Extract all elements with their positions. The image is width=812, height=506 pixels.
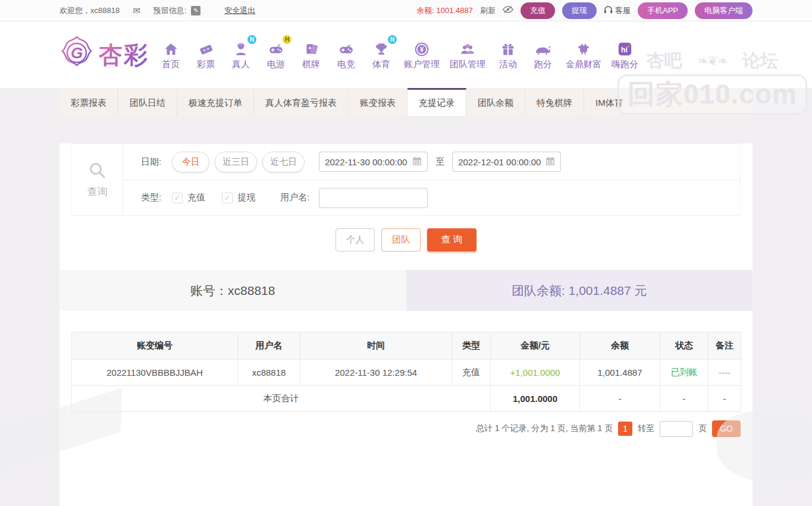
col-username: 用户名 bbox=[238, 332, 300, 360]
search-icon bbox=[88, 161, 107, 183]
nav-item-cards[interactable]: ✦ 棋牌 bbox=[299, 39, 324, 70]
calendar-icon bbox=[412, 156, 422, 168]
pagination: 总计 1 个记录, 分为 1 页, 当前第 1 页 1 转至 页 GO bbox=[71, 420, 741, 437]
cell-balance: 1,001.4887 bbox=[580, 360, 660, 386]
tab-tetu-cards[interactable]: 特兔棋牌 bbox=[525, 88, 584, 116]
main-content: 查询 日期: 今日 近三日 近七日 2022-11-30 00:00:00 至 … bbox=[59, 143, 753, 506]
logout-link[interactable]: 安全退出 bbox=[224, 5, 255, 16]
edit-icon[interactable]: ✎ bbox=[191, 6, 200, 15]
refresh-link[interactable]: 刷新 bbox=[480, 5, 496, 16]
withdraw-checkbox[interactable]: ✓ bbox=[222, 193, 233, 203]
nav-item-lottery[interactable]: 彩票 bbox=[193, 39, 218, 70]
goto-page-input[interactable] bbox=[660, 421, 693, 437]
date-label: 日期: bbox=[141, 156, 161, 168]
nav-item-live[interactable]: N 真人 bbox=[228, 39, 253, 70]
personal-button[interactable]: 个人 bbox=[336, 228, 375, 252]
nav-item-activity[interactable]: 活动 bbox=[496, 39, 521, 70]
withdraw-button[interactable]: 提现 bbox=[562, 2, 597, 19]
date-from-input[interactable]: 2022-11-30 00:00:00 bbox=[319, 152, 428, 172]
reserved-info-label: 预留信息: bbox=[153, 5, 187, 16]
tab-lottery-report[interactable]: 彩票报表 bbox=[59, 88, 118, 116]
cell-amount: +1,001.0000 bbox=[491, 360, 580, 386]
cell-remark: ---- bbox=[708, 360, 741, 386]
nav-item-paofen[interactable]: 跑分 bbox=[531, 39, 556, 70]
cards-icon: ✦ bbox=[303, 39, 319, 57]
slots-icon bbox=[268, 39, 284, 57]
page-1-button[interactable]: 1 bbox=[618, 422, 632, 436]
mail-icon[interactable]: ✉ bbox=[133, 5, 140, 16]
col-amount: 金额/元 bbox=[491, 332, 580, 360]
team-button[interactable]: 团队 bbox=[381, 228, 421, 252]
balance-value: 1001.4887 bbox=[437, 6, 473, 15]
footer-status: - bbox=[660, 386, 708, 412]
live-person-icon bbox=[233, 39, 249, 57]
tab-team-balance[interactable]: 团队余额 bbox=[466, 88, 525, 116]
trophy-icon bbox=[374, 39, 389, 57]
new-badge: N bbox=[388, 35, 397, 44]
eye-off-icon[interactable] bbox=[503, 5, 513, 15]
team-balance-summary: 团队余额: 1,001.4887 元 bbox=[406, 270, 753, 311]
footer-balance: - bbox=[580, 386, 660, 412]
recharge-checkbox[interactable]: ✓ bbox=[172, 193, 183, 203]
username-input[interactable] bbox=[319, 188, 428, 208]
records-table-wrap: 账变编号 用户名 时间 类型 金额/元 余额 状态 备注 20221130VBB… bbox=[71, 332, 741, 412]
pc-client-button[interactable]: 电脑客户端 bbox=[695, 2, 753, 19]
nav-item-slots[interactable]: H 电游 bbox=[264, 39, 289, 70]
col-type: 类型 bbox=[452, 332, 491, 360]
hot-badge: H bbox=[283, 35, 291, 44]
team-balance-value: 1,001.4887 元 bbox=[569, 282, 647, 299]
brand-name: 杏彩 bbox=[99, 39, 149, 71]
svg-text:¥: ¥ bbox=[420, 46, 424, 53]
new-badge: N bbox=[247, 35, 256, 44]
tab-live-sports-pnl[interactable]: 真人体育盈亏报表 bbox=[254, 88, 349, 116]
footer-label: 本页合计 bbox=[72, 386, 491, 412]
preset-3days[interactable]: 近三日 bbox=[215, 152, 257, 172]
topbar: 欢迎您，xc88818 ✉ 预留信息: ✎ 安全退出 余额: 1001.4887… bbox=[0, 0, 812, 21]
welcome-text: 欢迎您，xc88818 bbox=[59, 5, 120, 16]
hi-icon: hi bbox=[617, 39, 633, 57]
account-value: xc88818 bbox=[228, 284, 275, 298]
nav-item-treasure[interactable]: 金鼎财富 bbox=[566, 39, 601, 70]
account-summary: 账号：xc88818 bbox=[59, 270, 406, 311]
withdraw-checkbox-label: 提现 bbox=[237, 192, 255, 203]
date-to-input[interactable]: 2022-12-01 00:00:00 bbox=[452, 152, 561, 172]
nav-item-account[interactable]: ¥ 账户管理 bbox=[404, 39, 440, 70]
table-row: 20221130VBBBBJJBAH xc88818 2022-11-30 12… bbox=[72, 360, 741, 386]
col-change-id: 账变编号 bbox=[72, 332, 238, 360]
col-time: 时间 bbox=[300, 332, 452, 360]
col-status: 状态 bbox=[660, 332, 708, 360]
svg-text:G: G bbox=[71, 44, 83, 62]
recharge-button[interactable]: 充值 bbox=[521, 2, 555, 19]
filter-panel: 查询 日期: 今日 近三日 近七日 2022-11-30 00:00:00 至 … bbox=[71, 143, 741, 216]
col-remark: 备注 bbox=[708, 332, 741, 360]
headset-icon bbox=[604, 5, 613, 16]
preset-today[interactable]: 今日 bbox=[172, 152, 209, 172]
table-footer-row: 本页合计 1,001.0000 - - - bbox=[72, 386, 741, 412]
nav-item-home[interactable]: 首页 bbox=[158, 39, 183, 70]
nav-item-esports[interactable]: 电竞 bbox=[334, 39, 359, 70]
tab-im-sports[interactable]: IM体育 bbox=[584, 88, 635, 116]
rhino-icon bbox=[534, 39, 553, 57]
esports-icon bbox=[338, 39, 355, 57]
tab-account-change[interactable]: 账变报表 bbox=[349, 88, 407, 116]
go-button[interactable]: GO bbox=[712, 420, 741, 437]
nav-item-hipaofen[interactable]: hi 嗨跑分 bbox=[612, 39, 638, 70]
brand-flower-icon: G bbox=[59, 35, 94, 74]
tab-team-daily[interactable]: 团队日结 bbox=[118, 88, 177, 116]
nav-item-team[interactable]: 团队管理 bbox=[450, 39, 485, 70]
brand-logo[interactable]: G 杏彩 bbox=[59, 35, 149, 74]
page-unit-label: 页 bbox=[698, 423, 707, 434]
main-nav: 首页 彩票 N 真人 H 电游 ✦ 棋牌 电竞 bbox=[158, 39, 638, 70]
mobile-app-button[interactable]: 手机APP bbox=[638, 2, 688, 19]
tab-fast-orders[interactable]: 极速充提订单 bbox=[177, 88, 254, 116]
action-buttons: 个人 团队 查 询 bbox=[59, 228, 753, 252]
query-button[interactable]: 查 询 bbox=[427, 228, 476, 252]
preset-7days[interactable]: 近七日 bbox=[262, 152, 305, 172]
customer-service-link[interactable]: 客服 bbox=[604, 5, 631, 16]
goto-label: 转至 bbox=[638, 423, 654, 434]
nav-item-sports[interactable]: N 体育 bbox=[369, 39, 394, 70]
footer-amount: 1,001.0000 bbox=[491, 386, 580, 412]
gift-icon bbox=[500, 39, 516, 57]
tab-deposit-withdraw-records[interactable]: 充提记录 bbox=[407, 88, 466, 116]
records-table: 账变编号 用户名 时间 类型 金额/元 余额 状态 备注 20221130VBB… bbox=[71, 332, 741, 412]
